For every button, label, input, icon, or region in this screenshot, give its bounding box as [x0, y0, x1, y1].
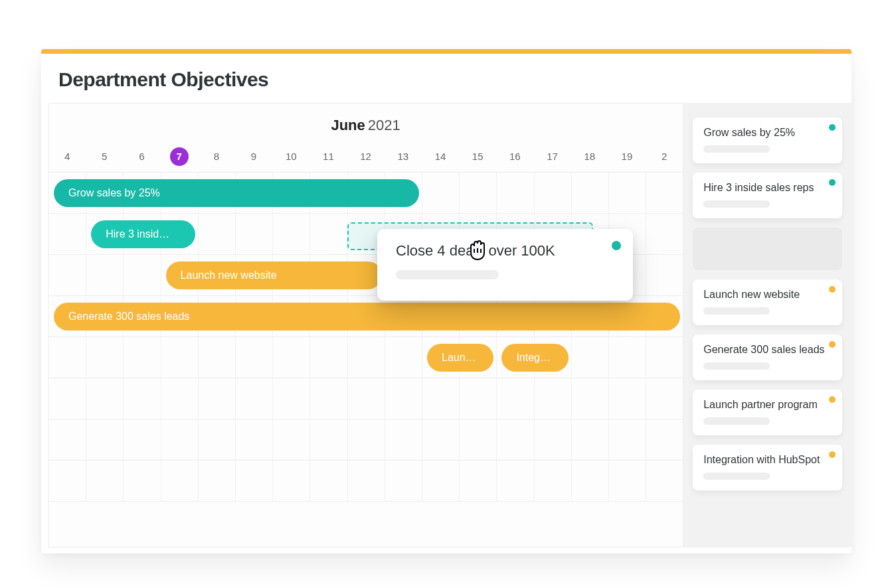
timeline-rows: Close 4 deals over 100K Grow sales [48, 173, 683, 502]
timeline-bar[interactable]: Laun… [427, 344, 493, 372]
sidebar-card-title: Generate 300 sales leads [703, 344, 832, 356]
placeholder-line [703, 417, 770, 425]
day-header-cell[interactable]: 7 [161, 147, 198, 166]
day-header-cell[interactable]: 10 [272, 151, 310, 162]
day-header-cell[interactable]: 6 [123, 151, 160, 162]
status-dot [829, 396, 836, 403]
day-header-cell[interactable]: 15 [459, 151, 496, 162]
calendar-area[interactable]: June2021 456789101112131415161718192 Clo… [48, 103, 683, 548]
main-layout: June2021 456789101112131415161718192 Clo… [41, 103, 851, 548]
placeholder-line [703, 200, 770, 208]
timeline-row[interactable] [48, 378, 683, 419]
placeholder-line [703, 307, 770, 315]
sidebar-card-title: Grow sales by 25% [703, 127, 832, 139]
status-dot [829, 341, 836, 348]
sidebar-card-title: Hire 3 inside sales reps [703, 182, 832, 194]
header: Department Objectives [41, 54, 851, 103]
status-dot [829, 451, 836, 458]
sidebar-card[interactable]: Launch new website [693, 279, 842, 325]
timeline-row[interactable] [48, 419, 683, 461]
day-header-cell[interactable]: 2 [646, 151, 683, 162]
timeline-bar[interactable]: Grow sales by 25% [54, 179, 419, 207]
sidebar-card[interactable]: Grow sales by 25% [693, 117, 842, 163]
month-label: June [331, 117, 365, 133]
status-dot [829, 179, 836, 186]
day-header-cell[interactable]: 11 [310, 151, 347, 162]
timeline-bar[interactable]: Integ… [501, 344, 568, 372]
sidebar-card[interactable]: Hire 3 inside sales reps [693, 173, 842, 218]
day-header-cell[interactable]: 16 [496, 151, 533, 162]
day-header-cell[interactable]: 13 [385, 151, 422, 162]
day-header-row: 456789101112131415161718192 [48, 141, 683, 173]
year-label: 2021 [368, 117, 400, 133]
sidebar-card-title: Launch new website [703, 289, 832, 301]
placeholder-line [396, 270, 499, 279]
status-dot [829, 124, 836, 131]
sidebar-card-empty[interactable] [693, 228, 842, 270]
timeline-bar[interactable]: Generate 300 sales leads [54, 303, 680, 331]
placeholder-line [703, 362, 770, 370]
sidebar-card[interactable]: Launch partner program [693, 390, 842, 435]
page-title: Department Objectives [58, 68, 834, 91]
day-header-cell[interactable]: 18 [571, 151, 608, 162]
sidebar-card[interactable]: Generate 300 sales leads [693, 334, 842, 380]
app-frame: Department Objectives June2021 456789101… [41, 49, 851, 553]
day-header-cell[interactable]: 5 [86, 151, 123, 162]
sidebar: Grow sales by 25%Hire 3 inside sales rep… [683, 103, 851, 548]
month-header: June2021 [48, 104, 683, 141]
day-header-cell[interactable]: 8 [198, 151, 235, 162]
status-dot [829, 286, 836, 293]
timeline-bar[interactable]: Hire 3 insid… [91, 220, 195, 248]
placeholder-line [703, 145, 770, 153]
day-header-cell[interactable]: 9 [235, 151, 272, 162]
day-header-cell[interactable]: 19 [608, 151, 646, 162]
day-header-cell[interactable]: 12 [347, 151, 385, 162]
sidebar-card-title: Launch partner program [703, 399, 832, 411]
day-header-cell[interactable]: 17 [533, 151, 571, 162]
drag-card[interactable]: Close 4 deals over 100K [377, 229, 633, 301]
timeline-row[interactable] [48, 461, 683, 502]
grab-cursor-icon [465, 237, 490, 265]
placeholder-line [703, 473, 770, 480]
accent-bar [41, 49, 851, 54]
status-dot [612, 241, 621, 250]
sidebar-card-title: Integration with HubSpot [703, 454, 832, 466]
sidebar-card[interactable]: Integration with HubSpot [693, 445, 842, 490]
day-header-cell[interactable]: 14 [422, 151, 459, 162]
timeline-bar[interactable]: Launch new website [166, 261, 382, 289]
timeline-row[interactable] [48, 337, 683, 378]
day-header-cell[interactable]: 4 [48, 151, 86, 162]
drag-card-title: Close 4 deals over 100K [396, 242, 614, 259]
